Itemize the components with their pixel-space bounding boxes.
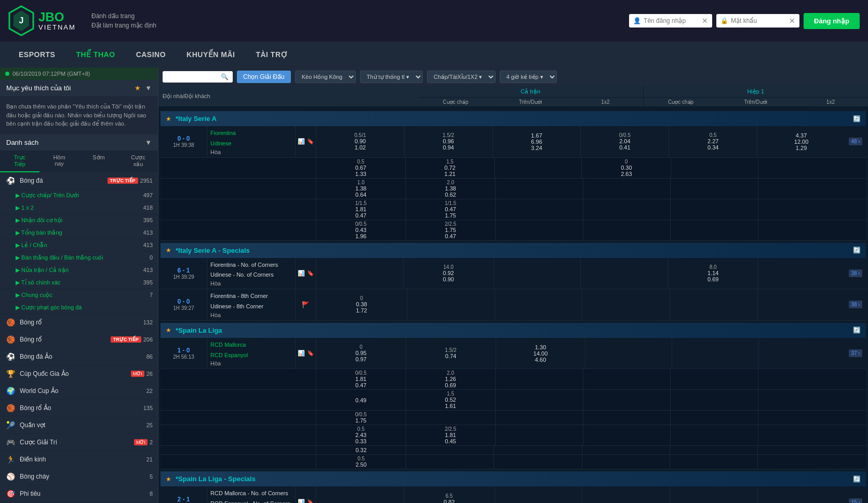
odds-val[interactable]: 0.92 [443,270,454,276]
odds-val[interactable]: 2.04 [619,138,630,144]
odds-val[interactable]: 1.38 [355,185,366,192]
odds-val[interactable]: 0.95 [355,350,366,356]
odds-val[interactable]: 0.74 [445,353,456,359]
odds-val[interactable]: 0.30 [621,165,632,171]
stats-icon[interactable]: 📊 [298,138,305,145]
sport-bong-da-ao[interactable]: ⚽ Bóng đá Ảo 86 [0,348,158,365]
star-icon[interactable]: ★ [135,84,141,92]
danh-sach-chevron[interactable]: ▼ [145,139,152,146]
odds-val[interactable]: 0.34 [707,144,718,151]
more-button-corners[interactable]: 38 › [849,269,862,277]
odds-val[interactable]: 0.64 [355,192,366,198]
more-button-mallorca-corners[interactable]: 15 › [849,498,862,503]
sub-chung-cuoc[interactable]: ▶ Chung cuộc 7 [0,289,158,302]
odds-val[interactable]: 1.26 [445,376,456,382]
team-espanyol[interactable]: RCD Espanyol [210,350,292,361]
odds-val[interactable]: 1.72 [356,307,367,314]
odds-val[interactable]: 1.81 [445,432,456,438]
odds-val[interactable]: 2.63 [621,171,632,177]
odds-val[interactable]: 1.02 [355,144,366,151]
odds-val[interactable]: 0.67 [355,165,366,171]
bookmark4-icon[interactable]: 🔖 [307,499,314,503]
odds-val[interactable]: 1.81 [355,376,366,382]
stats4-icon[interactable]: 📊 [298,499,305,503]
sport-cup-quoc-gia-ao[interactable]: 🏆 Cúp Quốc Gia Ảo MỚI 26 [0,365,158,383]
sport-cuoc-giai-tri[interactable]: 🎮 Cược Giải Trí MỚI 2 [0,434,158,451]
odds-val[interactable]: 1.38 [445,185,456,192]
odds-val[interactable]: 0.72 [445,165,456,171]
sport-world-cup-ao[interactable]: 🌍 World Cup Ảo 22 [0,383,158,400]
nav-the-thao[interactable]: THỂ THAO [65,43,125,66]
team-mallorca[interactable]: RCD Mallorca [210,340,292,350]
odds-val[interactable]: 0.69 [707,276,718,282]
flag-icon[interactable]: 🚩 [302,301,310,308]
odds-val[interactable]: 1.75 [445,212,456,219]
nav-khuyen-mai[interactable]: KHUYẾN MÃI [176,43,245,66]
odds-val[interactable]: 14.00 [533,350,548,357]
odds-val[interactable]: 12.00 [794,139,809,145]
odds-val[interactable]: 1.75 [355,417,366,424]
odds-val[interactable]: 4.37 [796,132,807,139]
sub-nua-tran[interactable]: ▶ Nửa trận / Cả trận 413 [0,264,158,277]
odds-val[interactable]: 2.27 [707,138,718,144]
sport-bong-da[interactable]: ⚽ Bóng đá TRỰC TIẾP 2951 [0,172,158,189]
odds-val[interactable]: 0.43 [355,227,366,233]
more-button-8th[interactable]: 38 › [849,301,862,308]
odds-val[interactable]: 1.33 [355,171,366,177]
italy-refresh-icon[interactable]: 🔄 [853,115,861,123]
odds-val[interactable]: 0.62 [445,192,456,198]
odds-val[interactable]: 1.75 [445,227,456,233]
password-clear-icon[interactable]: ✕ [789,17,795,25]
odds-val[interactable]: 0.47 [445,206,456,212]
stats3-icon[interactable]: 📊 [298,350,305,357]
bookmark-icon[interactable]: 🔖 [307,138,314,145]
sub-le-chan[interactable]: ▶ Lẻ / Chẵn 413 [0,239,158,252]
chevron-down-icon[interactable]: ▼ [145,84,152,92]
username-input[interactable] [629,14,712,28]
odds-val[interactable]: 1.81 [355,206,366,212]
tab-som[interactable]: Sớm [79,151,118,172]
odds-val[interactable]: 1.67 [531,132,542,139]
italy-specials-star-icon[interactable]: ★ [166,247,171,254]
time-select[interactable]: 4 giờ kế tiếp ▾ [500,71,557,83]
thu-tu-select[interactable]: Thứ tự thống tl ▾ [360,71,423,83]
username-clear-icon[interactable]: ✕ [702,17,708,25]
odds-val[interactable]: 0.52 [445,397,456,403]
password-input[interactable] [716,14,799,28]
login-button[interactable]: Đăng nhập [804,13,860,29]
odds-val[interactable]: 0.97 [355,356,366,362]
odds-val[interactable]: 0.49 [355,397,366,403]
odds-val[interactable]: 1.96 [355,233,366,239]
odds-val[interactable]: 0.90 [355,138,366,144]
odds-val[interactable]: 2.43 [355,432,366,438]
odds-val[interactable]: 0.38 [356,301,367,307]
odds-val[interactable]: 4.60 [535,357,546,363]
team-fiorentina[interactable]: Fiorentina [210,128,292,139]
sub-ban-thang-dau[interactable]: ▶ Bàn thắng đầu / Bàn thắng cuối 0 [0,252,158,264]
stats2-icon[interactable]: 📊 [298,270,305,277]
sport-bong-ro-live[interactable]: 🏀 Bóng rổ TRỰC TIẾP 206 [0,331,158,348]
odds-val[interactable]: 0.41 [619,144,630,151]
select-giai-dau-button[interactable]: Chọn Giải Đấu [237,71,291,83]
odds-val[interactable]: 0.47 [355,212,366,219]
odds-val[interactable]: 0.33 [355,438,366,444]
odds-val[interactable]: 0.96 [443,138,454,144]
sub-1x2[interactable]: ▶ 1 x 2 418 [0,202,158,214]
odds-val[interactable]: 0.45 [445,438,456,444]
tab-hom-nay[interactable]: Hômnay [39,151,79,172]
sport-phi-tieu[interactable]: 🎯 Phi tiêu 8 [0,485,158,502]
sub-nhan-doi[interactable]: ▶ Nhận đôi cơ hội 395 [0,214,158,227]
search-input[interactable] [167,73,219,80]
nav-esports[interactable]: ESPORTS [8,43,65,66]
odds-val[interactable]: 2.50 [355,461,366,468]
odds-val[interactable]: 6.96 [531,139,542,145]
odds-val[interactable]: 1.21 [445,171,456,177]
sport-bong-ro[interactable]: 🏀 Bóng rổ 132 [0,314,158,331]
bookmark3-icon[interactable]: 🔖 [307,350,314,357]
spain-refresh-icon[interactable]: 🔄 [853,327,861,334]
search-icon[interactable]: 🔍 [221,73,229,80]
odds-val[interactable]: 3.24 [531,145,542,151]
odds-val[interactable]: 0.47 [445,233,456,239]
odds-val[interactable]: 0.82 [444,499,455,503]
spain-specials-star-icon[interactable]: ★ [166,475,171,483]
